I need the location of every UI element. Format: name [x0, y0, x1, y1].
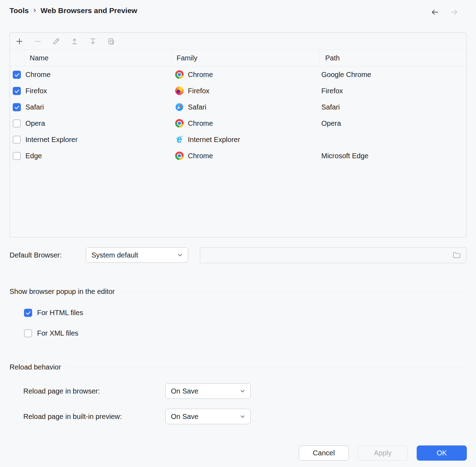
option-label: For XML files [37, 329, 78, 337]
default-browser-select[interactable]: System default [86, 247, 188, 263]
browser-path: Firefox [320, 83, 466, 99]
firefox-icon [175, 87, 184, 95]
section-browser-popup: Show browser popup in the editor [10, 288, 466, 296]
reload-in-browser-row: Reload page in browser: On Save [23, 383, 100, 399]
browser-name: Chrome [24, 66, 171, 83]
history-nav [430, 7, 459, 17]
chevron-down-icon [239, 413, 246, 420]
column-header-family: Family [171, 50, 320, 66]
option-for-html-files[interactable]: For HTML files [24, 309, 83, 317]
table-header-row: Name Family Path [10, 50, 466, 66]
edit-pencil-icon[interactable] [51, 36, 61, 46]
family-label: Safari [188, 103, 206, 111]
table-toolbar [10, 33, 466, 50]
row-checkbox[interactable] [13, 152, 21, 160]
browser-path: Safari [320, 99, 466, 115]
column-header-path: Path [320, 50, 466, 66]
add-icon[interactable] [14, 36, 24, 46]
browser-path [320, 131, 466, 148]
column-header-name: Name [24, 50, 171, 66]
table-row-chrome[interactable]: Chrome Chrome Google Chrome [10, 66, 466, 83]
chrome-icon [175, 119, 184, 128]
default-browser-label: Default Browser: [10, 247, 62, 263]
table-row-opera[interactable]: Opera Chrome Opera [10, 115, 466, 131]
breadcrumb: Tools › Web Browsers and Preview [10, 6, 137, 16]
cancel-button[interactable]: Cancel [299, 445, 349, 461]
option-label: For HTML files [37, 309, 83, 317]
browser-path-input[interactable] [200, 247, 466, 263]
reload-browser-label: Reload page in browser: [23, 387, 100, 395]
remove-icon[interactable] [33, 36, 43, 46]
family-label: Chrome [188, 152, 213, 160]
page-title: Web Browsers and Preview [41, 6, 137, 15]
family-label: Internet Explorer [188, 136, 240, 144]
row-checkbox[interactable] [13, 119, 21, 128]
copy-icon[interactable] [106, 36, 116, 46]
row-checkbox[interactable] [13, 87, 21, 95]
internet-explorer-icon: e [175, 135, 184, 144]
section-title: Show browser popup in the editor [10, 288, 115, 296]
xml-files-checkbox[interactable] [24, 329, 32, 337]
section-divider [66, 367, 466, 367]
settings-page-web-browsers: { "breadcrumb": { "section": "Tools", "s… [0, 0, 476, 467]
family-label: Chrome [188, 119, 213, 128]
chrome-icon [175, 152, 184, 160]
reload-preview-label: Reload page in built-in preview: [23, 413, 122, 421]
table-row-internet-explorer[interactable]: Internet Explorer e Internet Explorer [10, 131, 466, 148]
browser-path: Microsoft Edge [320, 148, 466, 164]
family-label: Chrome [188, 71, 213, 79]
reload-preview-value: On Save [171, 413, 198, 421]
ok-button[interactable]: OK [417, 445, 467, 461]
reload-in-preview-row: Reload page in built-in preview: On Save [23, 409, 122, 424]
apply-button[interactable]: Apply [358, 445, 408, 461]
family-label: Firefox [188, 87, 209, 95]
browser-name: Opera [24, 115, 171, 131]
html-files-checkbox[interactable] [24, 309, 32, 317]
table-row-firefox[interactable]: Firefox Firefox Firefox [10, 83, 466, 99]
breadcrumb-tools[interactable]: Tools [10, 6, 29, 15]
browser-name: Safari [24, 99, 171, 115]
default-browser-value: System default [91, 251, 138, 259]
row-checkbox[interactable] [13, 136, 21, 144]
browser-path: Google Chrome [320, 66, 466, 83]
chrome-icon [175, 70, 184, 79]
row-checkbox[interactable] [13, 103, 21, 111]
chevron-down-icon [239, 388, 246, 394]
forward-arrow-icon[interactable] [449, 7, 459, 17]
move-up-icon[interactable] [70, 36, 79, 46]
reload-browser-select[interactable]: On Save [165, 383, 251, 399]
folder-icon[interactable] [452, 250, 462, 260]
reload-preview-select[interactable]: On Save [165, 409, 251, 424]
browser-name: Internet Explorer [24, 131, 171, 148]
section-reload-behavior: Reload behavior [10, 363, 466, 371]
browser-path: Opera [320, 115, 466, 131]
browser-name: Firefox [24, 83, 171, 99]
move-down-icon[interactable] [88, 36, 98, 46]
section-title: Reload behavior [10, 363, 61, 371]
back-arrow-icon[interactable] [430, 7, 440, 17]
chevron-down-icon [177, 252, 183, 258]
section-divider [120, 291, 466, 292]
safari-icon [175, 103, 184, 111]
browser-name: Edge [24, 148, 171, 164]
header-checkbox-column [10, 50, 24, 66]
breadcrumb-separator-icon: › [33, 6, 36, 16]
browsers-table-panel: Name Family Path Chrome Chrome Google Ch… [10, 32, 466, 237]
reload-browser-value: On Save [171, 387, 198, 395]
row-checkbox[interactable] [13, 71, 21, 79]
table-row-safari[interactable]: Safari Safari Safari [10, 99, 466, 115]
option-for-xml-files[interactable]: For XML files [24, 329, 78, 337]
table-row-edge[interactable]: Edge Chrome Microsoft Edge [10, 148, 466, 164]
